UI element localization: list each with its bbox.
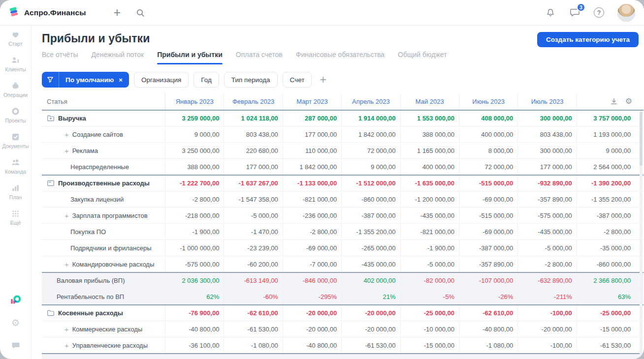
download-icon[interactable] [610, 97, 618, 105]
table-row[interactable]: Покупка ПО-1 900,00-1 470,00-2 800,00-1 … [42, 223, 644, 239]
help-icon[interactable]: ? [594, 7, 604, 18]
cell-value: -357 890,00 [459, 256, 517, 272]
sidebar-item-projects[interactable]: Проекты [2, 106, 29, 123]
table-settings-gear-icon[interactable]: ⚙ [625, 97, 632, 105]
row-label: Производственные расходы [58, 180, 150, 187]
table-row[interactable]: +Создание сайтов9 000,00803 438,00177 00… [42, 126, 644, 142]
create-category-button[interactable]: Создать категорию учета [537, 32, 639, 47]
cell-value: -1 900,00 [400, 240, 459, 256]
row-label: Выручка [58, 115, 86, 122]
messages-icon[interactable]: 3 [569, 7, 580, 18]
cell-value: 220 680,00 [224, 143, 282, 158]
filter-chip-organization[interactable]: Организация [134, 72, 189, 88]
cell-value: 72 000,00 [459, 159, 517, 175]
cell-value: -2 800,00 [517, 256, 576, 272]
search-icon[interactable] [135, 8, 145, 18]
table-row[interactable]: Выручка3 259 000,001 024 118,00287 000,0… [42, 110, 644, 126]
heart-icon [10, 30, 20, 39]
add-icon[interactable]: + [113, 6, 121, 19]
cell-value: -61 530,00 [577, 337, 635, 353]
row-label-cell: +Создание сайтов [42, 126, 165, 142]
table-row[interactable]: Производственные расходы-1 222 700,00-1 … [42, 175, 644, 191]
cell-value: 1 193 000,00 [577, 126, 635, 142]
add-filter-icon[interactable]: + [320, 74, 326, 86]
cell-value: 177 000,00 [283, 126, 341, 142]
sidebar-item-clients[interactable]: Клиенты [2, 55, 29, 72]
cell-value: 408 000,00 [459, 111, 517, 126]
table-row[interactable]: Нераспределенные388 000,00177 000,001 84… [42, 158, 644, 175]
tab-liabilities[interactable]: Финансовые обязательства [296, 51, 385, 61]
table-row[interactable]: +Реклама3 250 000,00220 680,00110 000,00… [42, 142, 644, 158]
table-scrollbar[interactable] [640, 111, 643, 359]
filter-chip-close-icon[interactable]: × [118, 76, 129, 84]
filter-chip-year[interactable]: Год [193, 72, 219, 88]
cell-value: -25 000,00 [400, 305, 459, 321]
cell-value: -575 000,00 [517, 208, 576, 223]
tab-budget[interactable]: Общий бюджет [398, 51, 447, 61]
tab-cash-flow[interactable]: Денежный поток [91, 51, 144, 61]
row-label: Управленческие расходы [72, 342, 148, 349]
row-label: Закупка лицензий [70, 196, 124, 203]
topbar: Аспро.Финансы + 3 ? [0, 0, 644, 26]
sidebar-item-operations[interactable]: Операции [2, 81, 29, 98]
gear-icon[interactable]: ⚙ [10, 317, 21, 328]
chat-bubble-icon[interactable] [10, 340, 21, 351]
row-label-cell: Покупка ПО [42, 224, 165, 239]
cell-value: 9 000,00 [165, 126, 224, 142]
cell-value: -1 512 000,00 [341, 176, 400, 191]
cell-value: -575 000,00 [165, 256, 224, 272]
table-row[interactable]: Косвенные расходы-76 900,00-62 610,00-20… [42, 304, 644, 321]
expand-plus-icon[interactable]: + [64, 147, 69, 155]
cell-value: -15 000,00 [400, 337, 459, 353]
table-row[interactable]: Закупка лицензий-2 800,00-1 547 358,00-8… [42, 191, 644, 207]
cell-value: -62 610,00 [459, 305, 517, 321]
table-row: Рентабельность по ВП62%-60%-295%21%-5%-2… [42, 288, 644, 304]
notifications-bell-icon[interactable] [545, 7, 556, 18]
cell-value: -860 000,00 [341, 191, 400, 207]
scrollbar-thumb[interactable] [640, 112, 643, 166]
cell-value: -236 000,00 [283, 208, 341, 223]
user-avatar[interactable] [617, 4, 635, 22]
filter-chip-period-type[interactable]: Тип периода [224, 72, 278, 88]
card-minus-icon[interactable] [47, 180, 55, 187]
expand-plus-icon[interactable]: + [64, 341, 69, 350]
cell-value: 803 438,00 [224, 126, 282, 142]
table-row[interactable]: +Коммерческие расходы-40 800,00-61 530,0… [42, 321, 644, 337]
check-square-icon [10, 132, 20, 142]
filter-chip-account[interactable]: Счет [283, 72, 312, 88]
table-row[interactable]: Подрядчики и фрилансеры-1 000 000,00-23 … [42, 239, 644, 256]
table-row[interactable]: +Командировочные расходы-575 000,00-60 2… [42, 256, 644, 272]
cell-value: -1 080,00 [459, 337, 517, 353]
table-row[interactable]: +Управленческие расходы-36 100,00-1 080,… [42, 337, 644, 353]
cell-value: -20 000,00 [283, 321, 341, 337]
column-header: Март 2023 [283, 93, 341, 110]
expand-plus-icon[interactable]: + [64, 325, 69, 333]
row-label: Покупка ПО [70, 228, 106, 236]
brand-mark-icon[interactable] [10, 294, 21, 305]
cell-value: -40 800,00 [459, 321, 517, 337]
tab-profit-loss[interactable]: Прибыли и убытки [157, 51, 223, 61]
cell-value: -387 000,00 [577, 208, 635, 223]
table-row[interactable]: +Зарплата программистов-218 000,00-5 000… [42, 207, 644, 223]
tab-invoices[interactable]: Оплата счетов [236, 51, 283, 61]
cell-value: -932 890,00 [517, 176, 576, 191]
folder-plus-icon[interactable] [47, 115, 55, 122]
cell-value: -357 890,00 [517, 191, 576, 207]
folder-plain-icon[interactable] [47, 309, 55, 317]
expand-plus-icon[interactable]: + [64, 211, 69, 220]
sidebar-item-more[interactable]: Ещё [2, 209, 29, 226]
cell-value: -1 000 000,00 [165, 240, 224, 256]
sidebar-item-plan[interactable]: План [2, 183, 29, 200]
sidebar-item-documents[interactable]: Документы [2, 132, 29, 149]
brand[interactable]: Аспро.Финансы [8, 6, 86, 20]
cell-value: -387 000,00 [459, 240, 517, 256]
expand-plus-icon[interactable]: + [64, 130, 69, 139]
sidebar-item-start[interactable]: Старт [2, 30, 29, 47]
column-header: Май 2023 [400, 93, 459, 110]
tab-all-reports[interactable]: Все отчёты [42, 51, 78, 61]
cell-value: 400 000,00 [400, 159, 459, 175]
cell-value: 72 000,00 [341, 143, 400, 158]
filter-chip-default[interactable]: По умолчанию × [42, 72, 129, 88]
sidebar-item-team[interactable]: Команда [2, 157, 29, 175]
expand-plus-icon[interactable]: + [64, 260, 69, 269]
